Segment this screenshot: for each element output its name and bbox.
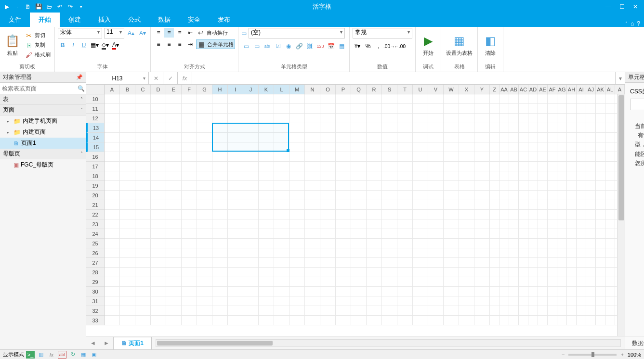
cell[interactable] — [120, 210, 135, 219]
cell[interactable] — [151, 133, 166, 142]
cell[interactable] — [197, 287, 212, 296]
cell[interactable] — [336, 248, 351, 258]
cell[interactable] — [259, 229, 274, 239]
cell[interactable] — [105, 277, 120, 287]
cell[interactable] — [428, 171, 444, 181]
col-header[interactable]: M — [289, 85, 305, 94]
cell[interactable] — [274, 306, 289, 316]
currency-icon[interactable]: ¥▾ — [353, 41, 362, 51]
cell[interactable] — [567, 104, 577, 114]
col-header[interactable]: AK — [596, 85, 605, 94]
cell[interactable] — [274, 277, 289, 287]
cell[interactable] — [474, 133, 490, 142]
cell[interactable] — [528, 191, 538, 200]
row-header[interactable]: 18 — [86, 171, 104, 181]
cell[interactable] — [336, 277, 351, 287]
cell[interactable] — [182, 200, 197, 210]
sb-code-icon[interactable]: ▥ — [37, 351, 45, 359]
cell[interactable] — [519, 277, 528, 287]
cell[interactable] — [428, 94, 444, 104]
cell[interactable] — [166, 162, 182, 171]
cell[interactable] — [197, 114, 212, 123]
cell[interactable] — [259, 219, 274, 229]
cell[interactable] — [151, 229, 166, 239]
col-header[interactable]: Q — [351, 85, 367, 94]
cell[interactable] — [212, 94, 228, 104]
cell[interactable] — [182, 162, 197, 171]
cell[interactable] — [243, 277, 259, 287]
cell[interactable] — [538, 162, 548, 171]
cell[interactable] — [413, 210, 428, 219]
vertical-scrollbar[interactable] — [617, 94, 625, 336]
font-size-select[interactable]: 11 — [104, 28, 124, 38]
cell[interactable] — [490, 316, 499, 325]
cell[interactable] — [586, 181, 596, 191]
cell[interactable] — [444, 171, 459, 181]
cell[interactable] — [305, 191, 320, 200]
cell[interactable] — [538, 94, 548, 104]
cell[interactable] — [596, 306, 605, 316]
cell[interactable] — [577, 142, 586, 152]
cell[interactable] — [548, 162, 557, 171]
row-header[interactable]: 12 — [86, 114, 104, 123]
cell[interactable] — [351, 277, 367, 287]
cell[interactable] — [336, 316, 351, 325]
cell[interactable] — [166, 142, 182, 152]
cell[interactable] — [413, 316, 428, 325]
cell[interactable] — [289, 296, 305, 306]
cell[interactable] — [120, 142, 135, 152]
cell[interactable] — [397, 181, 413, 191]
cell[interactable] — [413, 306, 428, 316]
cell[interactable] — [397, 316, 413, 325]
cell[interactable] — [151, 123, 166, 133]
clear-button[interactable]: ◧ 清除 — [481, 32, 500, 58]
cell[interactable] — [519, 171, 528, 181]
cell[interactable] — [548, 104, 557, 114]
cell[interactable] — [351, 200, 367, 210]
cell[interactable] — [367, 316, 382, 325]
row-header[interactable]: 27 — [86, 258, 104, 268]
cell[interactable] — [397, 277, 413, 287]
menu-file[interactable]: 文件 — [0, 13, 30, 27]
cell[interactable] — [120, 219, 135, 229]
cell[interactable] — [197, 239, 212, 248]
cell[interactable] — [428, 277, 444, 287]
cell[interactable] — [120, 133, 135, 142]
col-header[interactable]: A — [105, 85, 120, 94]
cell[interactable] — [528, 171, 538, 181]
cell[interactable] — [182, 181, 197, 191]
cell[interactable] — [557, 287, 567, 296]
ct-button-icon[interactable]: ▭ — [241, 41, 251, 51]
cell[interactable] — [182, 104, 197, 114]
cell[interactable] — [586, 171, 596, 181]
cell[interactable] — [577, 316, 586, 325]
save-icon[interactable]: 💾 — [34, 2, 43, 12]
cell[interactable] — [557, 104, 567, 114]
cell[interactable] — [474, 229, 490, 239]
cell[interactable] — [212, 229, 228, 239]
cell[interactable] — [166, 229, 182, 239]
cell[interactable] — [351, 306, 367, 316]
cell[interactable] — [577, 162, 586, 171]
cell[interactable] — [166, 210, 182, 219]
cell[interactable] — [243, 162, 259, 171]
cell[interactable] — [459, 268, 474, 277]
cell[interactable] — [320, 277, 336, 287]
cell[interactable] — [135, 152, 151, 162]
cell[interactable] — [528, 142, 538, 152]
cell[interactable] — [567, 306, 577, 316]
cell[interactable] — [499, 171, 509, 181]
cell[interactable] — [509, 306, 519, 316]
cell[interactable] — [367, 114, 382, 123]
cell[interactable] — [528, 248, 538, 258]
cell[interactable] — [548, 171, 557, 181]
cell[interactable] — [105, 191, 120, 200]
cell[interactable] — [548, 152, 557, 162]
cell[interactable] — [212, 114, 228, 123]
cell[interactable] — [135, 268, 151, 277]
cell[interactable] — [428, 123, 444, 133]
cell[interactable] — [351, 210, 367, 219]
cell[interactable] — [182, 210, 197, 219]
cell[interactable] — [499, 258, 509, 268]
cell[interactable] — [351, 114, 367, 123]
